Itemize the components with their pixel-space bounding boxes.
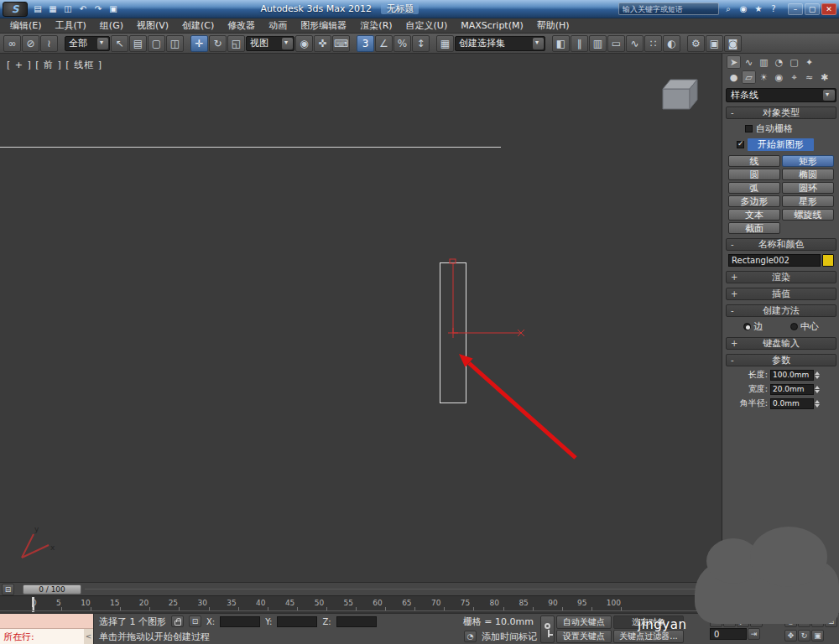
creation-method-edge[interactable]: 边 xyxy=(743,320,763,333)
track-bar[interactable]: 0510152025303540455055606570758085909510… xyxy=(0,595,722,613)
auto-key-button[interactable]: 自动关键点 xyxy=(556,615,612,629)
select-and-manipulate-icon[interactable]: ✜ xyxy=(314,35,331,52)
menu-item-8[interactable]: 渲染(R) xyxy=(353,18,399,33)
menu-item-6[interactable]: 动画 xyxy=(262,18,294,33)
maxscript-mini-listener[interactable]: 所在行: < xyxy=(0,614,94,644)
object-color-swatch[interactable] xyxy=(822,254,834,267)
menu-item-9[interactable]: 自定义(U) xyxy=(399,18,455,33)
time-slider[interactable]: 0 / 100 xyxy=(23,584,81,595)
param-length-spinner[interactable] xyxy=(815,371,820,379)
snaps-toggle-3d-icon[interactable]: 3 xyxy=(357,35,374,52)
save-file-icon[interactable]: ◫ xyxy=(61,3,75,15)
open-mini-curve-editor-icon[interactable]: ⊟ xyxy=(2,584,14,595)
shape-button-ellipse[interactable]: 椭圆 xyxy=(782,169,834,180)
rollout-object-type[interactable]: 对象类型 xyxy=(726,106,836,119)
param-length-field[interactable]: 100.0mm xyxy=(770,370,814,381)
selection-lock-toggle[interactable] xyxy=(171,615,184,627)
favorites-icon[interactable]: ★ xyxy=(752,3,765,15)
window-crossing-toggle-icon[interactable]: ◫ xyxy=(166,35,184,52)
rendered-frame-window-icon[interactable]: ▣ xyxy=(706,35,723,52)
rollout-keyboard-entry[interactable]: 键盘输入 xyxy=(726,337,836,350)
graphite-ribbon-toggle-icon[interactable]: ▭ xyxy=(607,35,625,52)
unlink-selection-icon[interactable]: ⊘ xyxy=(22,35,39,52)
category-space-warps[interactable]: ≈ xyxy=(802,70,816,84)
rectangle-spline[interactable] xyxy=(440,262,466,403)
use-pivot-center-icon[interactable]: ◉ xyxy=(295,35,313,52)
shape-type-dropdown[interactable]: 样条线 xyxy=(726,88,836,102)
application-menu-button[interactable]: S xyxy=(3,2,28,17)
category-lights[interactable]: ☀ xyxy=(757,70,771,84)
param-width-spinner[interactable] xyxy=(815,386,820,393)
viewport-label[interactable]: [ + ] [ 前 ] [ 线框 ] xyxy=(7,59,102,71)
menu-item-5[interactable]: 修改器 xyxy=(221,18,262,33)
shape-button-star[interactable]: 星形 xyxy=(782,195,834,207)
shape-button-donut[interactable]: 圆环 xyxy=(782,182,834,194)
tab-hierarchy[interactable]: ▥ xyxy=(757,55,771,69)
object-name-input[interactable] xyxy=(728,254,821,267)
shape-button-helix[interactable]: 螺旋线 xyxy=(782,209,834,221)
shape-button-circle[interactable]: 圆 xyxy=(728,169,780,180)
menu-item-1[interactable]: 工具(T) xyxy=(49,18,93,33)
tab-create[interactable]: ➤ xyxy=(727,55,741,69)
tab-display[interactable]: ▢ xyxy=(787,55,801,69)
listener-scroll[interactable]: < xyxy=(84,629,93,644)
keyboard-shortcut-override-icon[interactable]: ⌨ xyxy=(332,35,350,52)
category-helpers[interactable]: ⌖ xyxy=(787,70,801,84)
mirror-icon[interactable]: ◧ xyxy=(552,35,570,52)
material-editor-icon[interactable]: ◐ xyxy=(663,35,680,52)
schematic-view-icon[interactable]: ∷ xyxy=(644,35,662,52)
category-systems[interactable]: ✱ xyxy=(817,70,831,84)
shape-button-arc[interactable]: 弧 xyxy=(728,182,780,194)
menu-item-4[interactable]: 创建(C) xyxy=(175,18,221,33)
current-frame-field[interactable]: 0 xyxy=(710,628,747,640)
redo-icon[interactable]: ↷ xyxy=(91,3,105,15)
named-selection-sets-dropdown[interactable]: 创建选择集 xyxy=(455,36,545,51)
menu-item-11[interactable]: 帮助(H) xyxy=(530,18,576,33)
shape-button-line[interactable]: 线 xyxy=(728,155,780,167)
category-cameras[interactable]: ◉ xyxy=(772,70,786,84)
orbit-icon[interactable]: ↻ xyxy=(798,630,810,641)
select-object-icon[interactable]: ↖ xyxy=(111,35,128,52)
set-key-mode-button[interactable]: 设置关键点 xyxy=(556,630,612,643)
search-icon[interactable]: ⌕ xyxy=(722,3,735,15)
rectangular-selection-region-icon[interactable]: ▢ xyxy=(148,35,165,52)
angle-snap-icon[interactable]: ∠ xyxy=(375,35,393,52)
close-button[interactable]: ✕ xyxy=(821,3,836,15)
autogrid-toggle[interactable]: 自动栅格 xyxy=(745,122,839,135)
percent-snap-icon[interactable]: % xyxy=(393,35,411,52)
maximize-button[interactable]: ▢ xyxy=(805,3,820,15)
shape-button-text[interactable]: 文本 xyxy=(728,209,780,221)
param-corner-radius-field[interactable]: 0.0mm xyxy=(770,398,814,409)
align-icon[interactable]: ∥ xyxy=(571,35,588,52)
reference-coordinate-dropdown[interactable]: 视图 xyxy=(246,36,294,51)
open-file-icon[interactable]: ▦ xyxy=(46,3,60,15)
category-shapes[interactable]: ▱ xyxy=(742,70,756,84)
select-by-name-icon[interactable]: ▤ xyxy=(129,35,147,52)
param-width-field[interactable]: 20.0mm xyxy=(770,384,814,395)
bind-to-space-warp-icon[interactable]: ≀ xyxy=(40,35,58,52)
selection-filter-dropdown[interactable]: 全部 xyxy=(65,36,110,51)
minimize-button[interactable]: – xyxy=(788,3,803,15)
pan-icon[interactable]: ✥ xyxy=(784,630,797,641)
start-new-shape-toggle[interactable]: 开始新图形 xyxy=(737,138,839,151)
new-scene-icon[interactable]: ▤ xyxy=(31,3,44,15)
rollout-interpolation[interactable]: 插值 xyxy=(726,288,836,300)
menu-item-0[interactable]: 编辑(E) xyxy=(3,18,49,33)
coord-z-field[interactable] xyxy=(336,616,377,627)
creation-method-center[interactable]: 中心 xyxy=(790,320,819,333)
category-geometry[interactable]: ● xyxy=(727,70,741,84)
layer-manager-icon[interactable]: ▥ xyxy=(589,35,607,52)
add-time-tag[interactable]: 添加时间标记 xyxy=(482,631,537,643)
time-slider-track[interactable] xyxy=(85,589,701,589)
rollout-name-color[interactable]: 名称和颜色 xyxy=(726,238,836,251)
render-setup-icon[interactable]: ⚙ xyxy=(687,35,705,52)
communication-center-icon[interactable]: ◉ xyxy=(737,3,750,15)
viewport-front[interactable]: x y [ + ] [ 前 ] [ 线框 ] xyxy=(0,54,722,582)
maximize-viewport-icon[interactable]: ▣ xyxy=(811,630,824,641)
select-and-link-icon[interactable]: ∞ xyxy=(3,35,21,52)
rollout-creation-method[interactable]: 创建方法 xyxy=(726,304,836,317)
menu-item-7[interactable]: 图形编辑器 xyxy=(294,18,353,33)
shape-button-section[interactable]: 截面 xyxy=(728,222,780,234)
curve-editor-icon[interactable]: ∿ xyxy=(626,35,644,52)
coord-x-field[interactable] xyxy=(220,616,260,627)
